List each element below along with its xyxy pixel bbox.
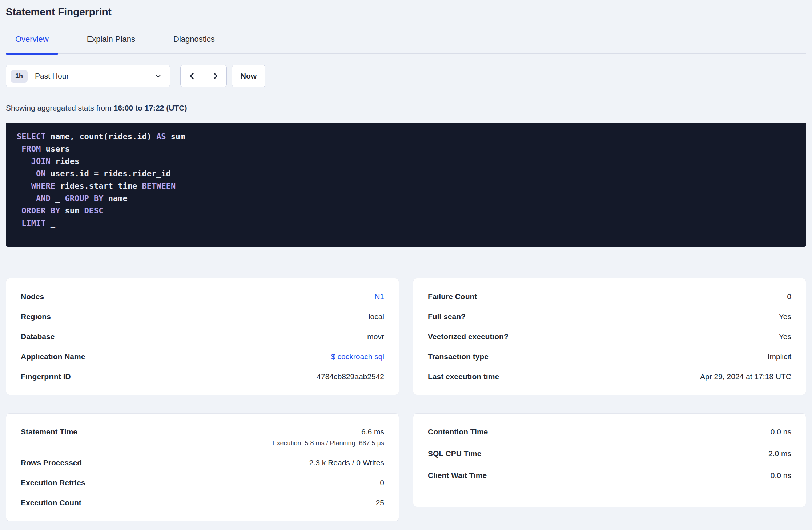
- sql-line: FROM users: [17, 143, 795, 155]
- stats-summary-range: 16:00 to 17:22 (UTC): [114, 104, 187, 112]
- detail-label: Full scan?: [428, 312, 466, 321]
- detail-label: Execution Retries: [21, 478, 85, 487]
- detail-value: 0: [787, 292, 791, 301]
- nodes-link[interactable]: N1: [374, 292, 384, 301]
- detail-row-full-scan: Full scan? Yes: [428, 312, 791, 321]
- detail-value: 2.0 ms: [768, 449, 791, 458]
- chevron-right-icon: [211, 72, 220, 80]
- sql-line: AND _ GROUP BY name: [17, 192, 795, 205]
- time-nav-group: [180, 65, 227, 87]
- detail-value: 2.3 k Reads / 0 Writes: [309, 458, 384, 467]
- time-range-label: Past Hour: [35, 72, 154, 80]
- chevron-left-icon: [188, 72, 197, 80]
- detail-value: Yes: [779, 312, 791, 321]
- detail-row-last-execution-time: Last execution time Apr 29, 2024 at 17:1…: [428, 372, 791, 381]
- detail-value: Yes: [779, 332, 791, 341]
- detail-row-fingerprint-id: Fingerprint ID 4784cb829aab2542: [21, 372, 384, 381]
- time-range-dropdown[interactable]: 1h Past Hour: [6, 65, 170, 87]
- time-range-badge: 1h: [11, 70, 28, 83]
- detail-row-execution-retries: Execution Retries 0: [21, 478, 384, 487]
- tab-explain-plans[interactable]: Explain Plans: [77, 35, 145, 53]
- sql-line: JOIN rides: [17, 155, 795, 168]
- tab-overview[interactable]: Overview: [6, 35, 58, 53]
- next-time-button[interactable]: [204, 65, 226, 87]
- now-button[interactable]: Now: [232, 65, 265, 87]
- time-controls: 1h Past Hour Now: [6, 65, 806, 87]
- statement-details-card: Nodes N1 Regions local Database movr App…: [6, 278, 399, 395]
- detail-row-nodes: Nodes N1: [21, 292, 384, 301]
- detail-value: 0: [380, 478, 384, 487]
- stats-summary: Showing aggregated stats from 16:00 to 1…: [6, 103, 806, 112]
- detail-row-rows-processed: Rows Processed 2.3 k Reads / 0 Writes: [21, 458, 384, 467]
- detail-row-database: Database movr: [21, 332, 384, 341]
- wait-time-card: Contention Time 0.0 ns SQL CPU Time 2.0 …: [413, 413, 806, 507]
- tab-diagnostics[interactable]: Diagnostics: [164, 35, 224, 53]
- detail-label: Client Wait Time: [428, 471, 487, 480]
- detail-label: Rows Processed: [21, 458, 82, 467]
- detail-row-execution-count: Execution Count 25: [21, 498, 384, 507]
- detail-row-vectorized: Vectorized execution? Yes: [428, 332, 791, 341]
- detail-value: 25: [376, 498, 384, 507]
- sql-line: WHERE rides.start_time BETWEEN _: [17, 180, 795, 192]
- detail-label: Execution Count: [21, 498, 81, 507]
- detail-value: local: [369, 312, 384, 321]
- detail-label: Failure Count: [428, 292, 477, 301]
- detail-row-failure-count: Failure Count 0: [428, 292, 791, 301]
- application-name-link[interactable]: $ cockroach sql: [331, 352, 384, 361]
- detail-label: Last execution time: [428, 372, 499, 381]
- detail-row-contention-time: Contention Time 0.0 ns: [428, 427, 791, 436]
- tab-bar: Overview Explain Plans Diagnostics: [6, 35, 806, 54]
- detail-label: Contention Time: [428, 427, 488, 436]
- detail-label: Regions: [21, 312, 51, 321]
- sql-statement-box: SELECT name, count(rides.id) AS sum FROM…: [6, 123, 806, 247]
- overview-cards-row: Nodes N1 Regions local Database movr App…: [6, 278, 806, 395]
- detail-value: 0.0 ns: [771, 471, 791, 480]
- detail-label: Application Name: [21, 352, 85, 361]
- detail-label: Vectorized execution?: [428, 332, 508, 341]
- statement-time-breakdown: Execution: 5.8 ms / Planning: 687.5 µs: [21, 439, 384, 447]
- detail-label: Transaction type: [428, 352, 489, 361]
- detail-value: 6.6 ms: [361, 427, 384, 436]
- prev-time-button[interactable]: [181, 65, 204, 87]
- detail-label: Statement Time: [21, 427, 77, 436]
- detail-row-application-name: Application Name $ cockroach sql: [21, 352, 384, 361]
- detail-value: movr: [367, 332, 384, 341]
- detail-row-statement-time: Statement Time 6.6 ms Execution: 5.8 ms …: [21, 427, 384, 447]
- detail-label: Fingerprint ID: [21, 372, 71, 381]
- execution-attributes-card: Failure Count 0 Full scan? Yes Vectorize…: [413, 278, 806, 395]
- detail-row-transaction-type: Transaction type Implicit: [428, 352, 791, 361]
- sql-line: SELECT name, count(rides.id) AS sum: [17, 131, 795, 143]
- detail-row-client-wait-time: Client Wait Time 0.0 ns: [428, 471, 791, 480]
- detail-label: SQL CPU Time: [428, 449, 481, 458]
- chevron-down-icon: [154, 72, 162, 80]
- detail-label: Database: [21, 332, 55, 341]
- detail-value: 4784cb829aab2542: [317, 372, 384, 381]
- statement-fingerprint-page: Statement Fingerprint Overview Explain P…: [0, 6, 812, 527]
- page-title: Statement Fingerprint: [6, 6, 806, 18]
- performance-cards-row: Statement Time 6.6 ms Execution: 5.8 ms …: [6, 413, 806, 521]
- detail-value: Apr 29, 2024 at 17:18 UTC: [700, 372, 791, 381]
- sql-line: LIMIT _: [17, 217, 795, 229]
- detail-row-sql-cpu-time: SQL CPU Time 2.0 ms: [428, 449, 791, 458]
- sql-line: ON users.id = rides.rider_id: [17, 168, 795, 180]
- sql-line: ORDER BY sum DESC: [17, 205, 795, 217]
- stats-summary-prefix: Showing aggregated stats from: [6, 104, 114, 112]
- statement-time-card: Statement Time 6.6 ms Execution: 5.8 ms …: [6, 413, 399, 521]
- detail-row-regions: Regions local: [21, 312, 384, 321]
- detail-value: Implicit: [768, 352, 791, 361]
- detail-label: Nodes: [21, 292, 44, 301]
- detail-value: 0.0 ns: [771, 427, 791, 436]
